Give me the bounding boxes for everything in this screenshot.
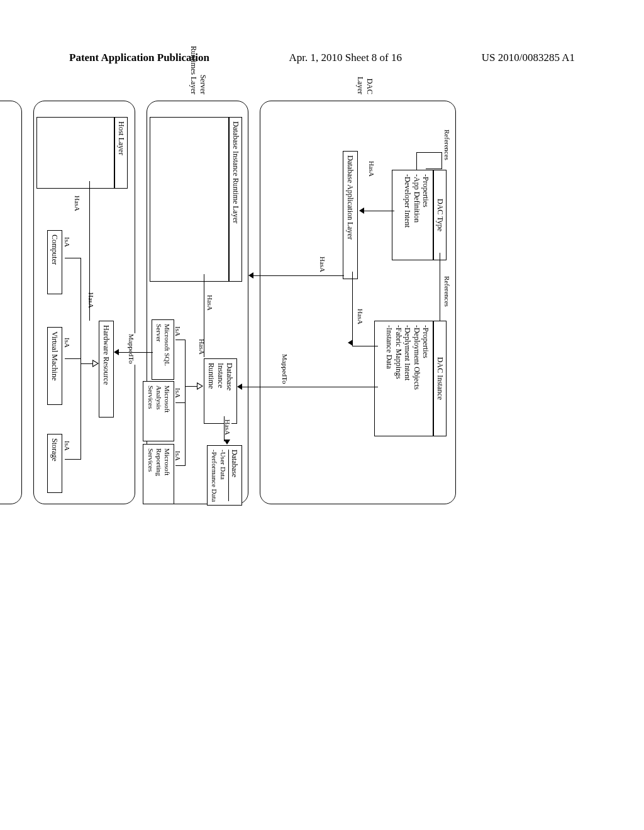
- label-references-right: References: [443, 275, 451, 307]
- box-dirl-body: [150, 117, 229, 282]
- label-hasa-5: HasA: [224, 419, 231, 436]
- label-isa-storage: IsA: [64, 440, 71, 451]
- box-dac-type-attrs: -Properties -App Definition -Developer I…: [392, 170, 433, 260]
- box-ms-sql-server: Microsoft SQL Server: [152, 319, 174, 380]
- box-ms-analysis-services: Microsoft Analysis Services: [143, 381, 174, 441]
- label-isa-sql: IsA: [174, 326, 182, 337]
- box-computer: Computer: [47, 230, 62, 294]
- box-db-instance-runtime-layer: Database Instance Runtime Layer: [229, 117, 242, 282]
- label-references-left: References: [443, 129, 451, 161]
- arrow-icon: [114, 349, 119, 355]
- arrow-icon: [359, 208, 364, 214]
- hollow-triangle-icon: [92, 360, 99, 367]
- label-isa-analysis: IsA: [174, 387, 182, 399]
- label-hasa-8: HasA: [74, 195, 81, 212]
- arrow-icon: [348, 340, 353, 346]
- box-host-layer-label: Host Layer: [114, 117, 128, 189]
- label-hasa-1: HasA: [368, 160, 375, 177]
- label-hasa-6: HasA: [198, 338, 206, 355]
- box-database: Database -User Data -Performance Data: [207, 445, 242, 506]
- box-virtual-machine: Virtual Machine: [47, 327, 62, 405]
- arrow-icon: [224, 440, 230, 445]
- hollow-triangle-icon: [197, 382, 203, 390]
- label-hasa-7: HasA: [87, 292, 95, 309]
- box-dac-instance-title: DAC Instance: [433, 321, 447, 436]
- box-hardware-resource: Hardware Resource: [99, 321, 114, 418]
- label-isa-reporting: IsA: [174, 450, 182, 462]
- label-hasa-2: HasA: [357, 308, 364, 325]
- group-host-resources-layer: [0, 101, 22, 504]
- box-ms-reporting-services: Microsoft Reporting Services: [143, 444, 174, 504]
- label-hasa-3: HasA: [319, 256, 326, 273]
- label-mappedto-1: MappedTo: [281, 353, 289, 385]
- label-dac-layer: DAC Layer: [355, 34, 374, 94]
- label-hasa-4: HasA: [206, 294, 214, 311]
- arrow-icon: [248, 272, 253, 279]
- box-db-app-layer: Database Application Layer: [343, 151, 358, 279]
- arrow-icon: [237, 384, 242, 390]
- box-dac-instance-attrs: -Properties -Deployment Objects -Deplyme…: [374, 321, 433, 436]
- label-isa-vm: IsA: [64, 337, 71, 348]
- box-host-layer-body: [36, 117, 114, 189]
- box-db-instance-runtime: Database Instance Runtime: [204, 358, 237, 424]
- hdr-mid: Apr. 1, 2010 Sheet 8 of 16: [289, 52, 402, 64]
- box-dac-type-title: DAC Type: [433, 170, 447, 260]
- label-mappedto-2: MappedTo: [128, 333, 135, 365]
- hdr-right: US 2010/0083285 A1: [482, 52, 575, 64]
- diagram-root: DAC Layer Server Runtimes Layer Host Res…: [0, 101, 475, 503]
- group-dac-layer: [260, 101, 456, 504]
- label-isa-computer: IsA: [64, 236, 71, 248]
- label-server-runtimes-layer: Server Runtimes Layer: [189, 34, 208, 94]
- box-storage: Storage: [47, 434, 62, 493]
